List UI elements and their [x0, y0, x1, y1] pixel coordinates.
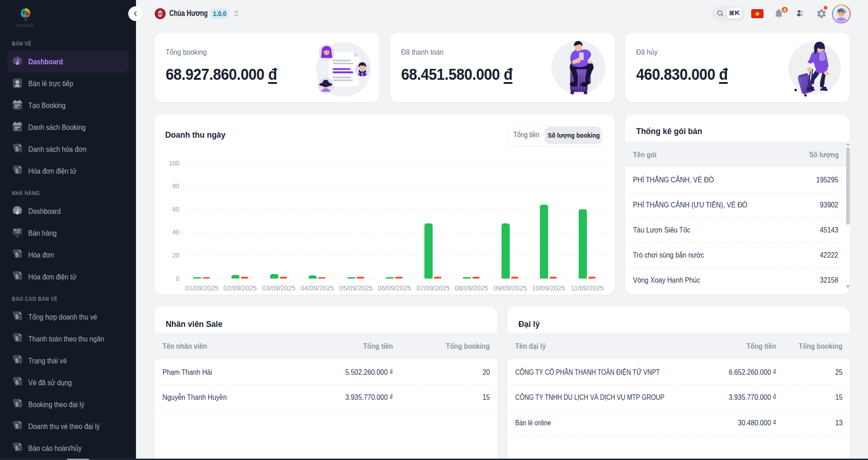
svg-text:$: $ [15, 401, 18, 408]
svg-text:$: $ [15, 252, 18, 258]
svg-text:$: $ [15, 314, 18, 320]
svg-text:$: $ [15, 168, 18, 174]
svg-text:$: $ [15, 274, 18, 280]
svg-text:$: $ [15, 146, 18, 152]
svg-text:$: $ [15, 357, 18, 364]
svg-text:$: $ [15, 445, 18, 451]
svg-text:$: $ [15, 336, 18, 342]
svg-text:TS: TS [22, 10, 29, 16]
svg-text:$: $ [15, 379, 18, 386]
svg-text:$: $ [15, 423, 18, 429]
